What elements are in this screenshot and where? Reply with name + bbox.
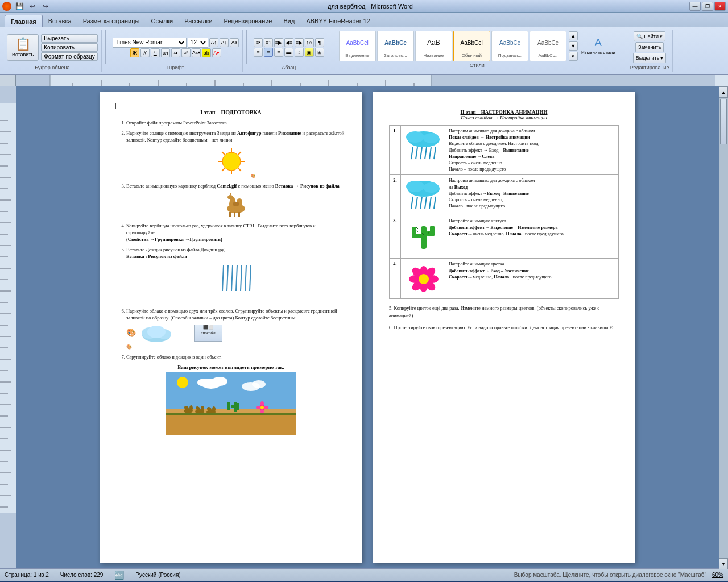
italic-button[interactable]: К (140, 48, 150, 57)
step-6: Нарисуйте облако с помощью двух или трёх… (126, 308, 346, 351)
step-5: Вставьте Дождик рисунок из файла Дождик.… (126, 247, 346, 305)
cut-button[interactable]: Вырезать (41, 34, 98, 43)
decrease-font-btn[interactable]: A↓ (220, 38, 229, 47)
font-group: Times New Roman 12 A↑ A↓ Аа Ж К Ч ач x₂ … (109, 30, 243, 72)
subscript-button[interactable]: x₂ (171, 48, 180, 57)
vertical-scrollbar[interactable]: ▲ ▼ (719, 86, 728, 568)
svg-line-124 (425, 147, 427, 159)
format-icon: 🎨 (126, 327, 136, 339)
increase-font-btn[interactable]: A↑ (209, 38, 218, 47)
tab-mailings[interactable]: Рассылки (179, 15, 218, 27)
scroll-thumb[interactable] (720, 99, 727, 144)
bullets-btn[interactable]: ≡• (254, 38, 263, 47)
svg-point-113 (256, 406, 260, 409)
svg-point-129 (423, 182, 439, 193)
text-case-btn[interactable]: Аа▾ (192, 48, 201, 57)
style-heading1[interactable]: AaBbCc Заголово... (377, 31, 414, 61)
tab-page-layout[interactable]: Разметка страницы (77, 15, 146, 27)
table-row: 4. (390, 259, 619, 299)
tab-references[interactable]: Ссылки (145, 15, 179, 27)
increase-indent-btn[interactable]: ≡▶ (295, 38, 304, 47)
find-button[interactable]: 🔍Найти▾ (634, 31, 665, 41)
numbering-btn[interactable]: ≡1 (264, 38, 273, 47)
font-color-btn[interactable]: А▾ (212, 48, 221, 57)
decrease-indent-btn[interactable]: ◀≡ (284, 38, 293, 47)
align-left-btn[interactable]: ≡ (254, 48, 263, 57)
tab-abbyy[interactable]: ABBYY FineReader 12 (300, 15, 375, 27)
strikethrough-button[interactable]: ач (161, 48, 170, 57)
show-marks-btn[interactable]: ¶ (315, 38, 324, 47)
svg-point-105 (207, 407, 210, 410)
restore-button[interactable]: ❐ (702, 2, 713, 11)
border-btn[interactable]: ⊞ (315, 48, 324, 57)
page2-step6: 6. Протестируйте свою презентацию. Если … (389, 324, 619, 331)
page2-title: II этап – НАСТРОЙКА АНИМАЦИИ (389, 109, 619, 115)
style-selection[interactable]: AaBbCcI Выделение (339, 31, 376, 61)
multilevel-btn[interactable]: ≡▶ (274, 38, 283, 47)
font-size-dropdown[interactable]: 12 (188, 38, 208, 48)
fill-color-btn[interactable]: ▣ (305, 48, 314, 57)
minimize-button[interactable]: — (689, 2, 701, 11)
step-2: Нарисуйте солнце с помощью инструмента З… (126, 130, 346, 180)
styles-expand[interactable]: ▾ (569, 52, 578, 61)
svg-line-61 (222, 152, 225, 155)
superscript-button[interactable]: x² (181, 48, 191, 57)
svg-rect-19 (0, 86, 16, 103)
highlight-btn[interactable]: ab (202, 48, 211, 57)
svg-rect-108 (227, 402, 230, 410)
svg-line-126 (434, 147, 436, 159)
svg-rect-71 (234, 212, 235, 217)
tab-view[interactable]: Вид (278, 15, 301, 27)
copy-button[interactable]: Копировать (41, 43, 98, 52)
font-name-dropdown[interactable]: Times New Roman (113, 38, 187, 48)
svg-rect-20 (0, 513, 16, 568)
style-subtitle[interactable]: AaBbCc Подзагол... (491, 31, 528, 61)
style-extra[interactable]: AaBbCc AaBbCc.. (530, 31, 566, 61)
underline-button[interactable]: Ч (151, 48, 160, 57)
clear-format-btn[interactable]: Аа (230, 38, 239, 47)
svg-line-80 (245, 265, 246, 291)
justify-btn[interactable]: ▬ (284, 48, 293, 57)
styles-group: AaBbCcI Выделение AaBbCc Заголово... AaB… (336, 30, 619, 72)
scroll-down-btn[interactable]: ▼ (719, 558, 728, 569)
status-hint: Выбор масштаба. Щёлкните, чтобы открыть … (514, 572, 706, 578)
svg-point-73 (228, 195, 233, 199)
row3-num: 3. (390, 215, 401, 259)
spell-check-icon: 🔤 (114, 571, 124, 580)
svg-point-90 (212, 377, 228, 386)
svg-point-85 (147, 326, 166, 338)
styles-scroll-up[interactable]: ▲ (569, 31, 578, 40)
save-quick-btn[interactable]: 💾 (14, 1, 25, 12)
line-spacing-btn[interactable]: ↕ (295, 48, 304, 57)
redo-quick-btn[interactable]: ↪ (40, 1, 51, 12)
align-right-btn[interactable]: ≡ (274, 48, 283, 57)
zoom-level[interactable]: 60% (712, 572, 723, 578)
svg-line-133 (425, 197, 427, 209)
tab-home[interactable]: Главная (5, 15, 43, 27)
scroll-up-btn[interactable]: ▲ (719, 86, 728, 98)
undo-quick-btn[interactable]: ↩ (27, 1, 38, 12)
svg-rect-1 (16, 75, 50, 86)
change-styles-btn[interactable]: Изменить стили (581, 50, 615, 55)
desert-scene-svg (166, 372, 296, 435)
sort-btn[interactable]: ↕A (305, 38, 314, 47)
align-center-btn[interactable]: ≡ (264, 48, 273, 57)
tab-review[interactable]: Рецензирование (218, 15, 278, 27)
format-painter-button[interactable]: Формат по образцу (41, 52, 98, 61)
styles-scroll-down[interactable]: ▼ (569, 41, 578, 51)
window-controls: — ❐ ✕ (689, 2, 726, 11)
table-row: 2. (390, 175, 619, 215)
document-area[interactable]: | I этап – ПОДГОТОВКА Откройте файл прог… (16, 86, 719, 568)
close-button[interactable]: ✕ (714, 2, 726, 11)
bold-button[interactable]: Ж (130, 48, 139, 57)
svg-point-114 (264, 406, 268, 409)
style-normal[interactable]: AaBbCcI Обычный (453, 31, 490, 61)
tab-insert[interactable]: Вставка (43, 15, 77, 27)
style-title[interactable]: AaB Название (415, 31, 452, 61)
step-4: Копируйте верблюда несколько раз, удержи… (126, 223, 346, 243)
svg-rect-107 (231, 405, 237, 408)
replace-button[interactable]: Заменить (635, 42, 664, 52)
select-button[interactable]: Выделить▾ (633, 53, 667, 63)
row3-text: Настройте анимацию кактуса Добавить эффе… (446, 215, 619, 259)
paste-button[interactable]: 📋 Вставить (7, 34, 39, 61)
